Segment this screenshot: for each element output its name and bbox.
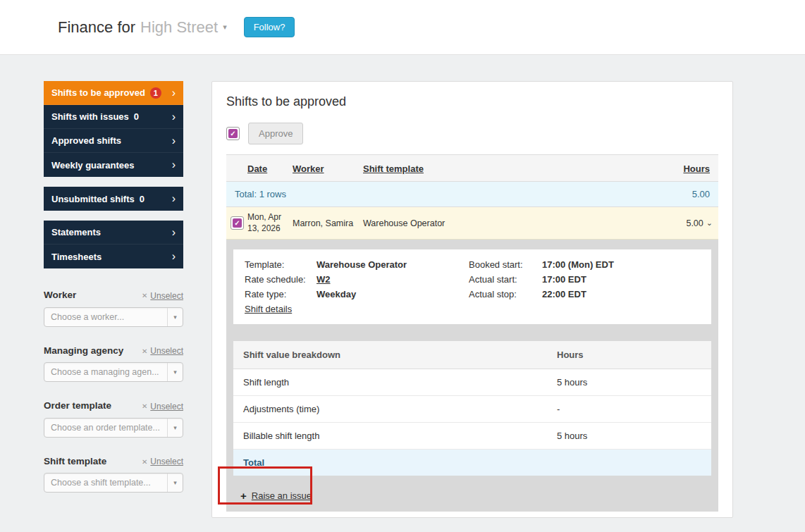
nav-unsubmitted-block: Unsubmitted shifts 0 ›: [44, 187, 183, 211]
actual-start-label: Actual start:: [469, 274, 542, 285]
total-hours: 5.00: [658, 189, 718, 199]
filter-managing-agency: Managing agency ✕ Unselect Choose a mana…: [44, 345, 183, 383]
x-icon: ✕: [142, 402, 147, 410]
worker-select[interactable]: Choose a worker... ▾: [44, 307, 183, 327]
sidebar-item-shifts-to-be-approved[interactable]: Shifts to be approved 1 ›: [44, 81, 183, 105]
chevron-right-icon: ›: [172, 87, 176, 99]
actual-stop-value: 22:00 EDT: [542, 289, 700, 299]
chevron-right-icon: ›: [172, 193, 176, 204]
column-header-worker[interactable]: Worker: [293, 163, 324, 174]
chevron-down-icon: ▾: [167, 363, 183, 381]
unselect-managing-agency-link[interactable]: ✕ Unselect: [142, 346, 183, 356]
unselect-label: Unselect: [150, 402, 183, 412]
row-shift-template: Warehouse Operator: [363, 218, 658, 228]
shift-detail-panel: Template: Warehouse Operator Booked star…: [226, 240, 718, 512]
nav-item-label: Statements: [51, 227, 101, 237]
sidebar-item-weekly-guarantees[interactable]: Weekly guarantees ›: [44, 153, 183, 177]
sidebar-item-statements[interactable]: Statements ›: [44, 221, 183, 245]
breakdown-row-shift-length: Shift length 5 hours: [233, 369, 711, 396]
template-label: Template:: [245, 259, 317, 270]
rate-type-value: Weekday: [317, 289, 469, 299]
total-label: Total: 1 rows: [235, 189, 658, 199]
chevron-down-icon[interactable]: ▾: [223, 23, 227, 32]
total-row: Total: 1 rows 5.00: [226, 182, 718, 207]
check-icon: ✓: [228, 129, 238, 138]
breakdown-hours-header: Hours: [557, 349, 701, 360]
actual-stop-label: Actual stop:: [469, 289, 542, 299]
filter-label: Worker: [44, 290, 76, 300]
filter-section: Worker ✕ Unselect Choose a worker... ▾ M…: [44, 290, 183, 493]
unselect-shift-template-link[interactable]: ✕ Unselect: [142, 457, 183, 466]
follow-button[interactable]: Follow?: [244, 17, 295, 37]
filter-label: Managing agency: [44, 345, 123, 356]
unselect-worker-link[interactable]: ✕ Unselect: [142, 291, 183, 301]
chevron-right-icon: ›: [172, 159, 176, 171]
column-header-date[interactable]: Date: [247, 163, 267, 174]
shift-details-link[interactable]: Shift details: [245, 304, 292, 314]
shifts-table: Date Worker Shift template Hours Total: …: [226, 154, 718, 240]
sidebar-item-approved-shifts[interactable]: Approved shifts ›: [44, 129, 183, 153]
nav-item-label: Unsubmitted shifts: [51, 194, 135, 204]
approve-toolbar: ✓ Approve: [226, 122, 718, 144]
breakdown-row-value: -: [557, 404, 701, 414]
chevron-right-icon: ›: [172, 251, 176, 262]
row-hours: 5.00: [686, 218, 703, 228]
template-value: Warehouse Operator: [317, 259, 469, 270]
row-checkbox[interactable]: ✓: [231, 216, 244, 230]
breakdown-row-value: 5 hours: [557, 377, 701, 388]
approve-button[interactable]: Approve: [248, 123, 303, 144]
shift-template-select[interactable]: Choose a shift template... ▾: [44, 473, 183, 493]
chevron-right-icon: ›: [172, 135, 176, 147]
raise-issue-link[interactable]: Raise an issue: [252, 490, 312, 501]
title-account-name: High Street: [140, 18, 218, 37]
sidebar-item-unsubmitted-shifts[interactable]: Unsubmitted shifts 0 ›: [44, 187, 183, 211]
select-all-checkbox[interactable]: ✓: [226, 127, 240, 140]
table-header-row: Date Worker Shift template Hours: [226, 155, 718, 182]
breakdown-total-label: Total: [243, 457, 264, 468]
check-icon: ✓: [233, 218, 242, 228]
nav-item-label: Approved shifts: [51, 135, 121, 146]
nav-item-label: Shifts to be approved: [51, 87, 145, 98]
nav-item-count: 0: [134, 111, 139, 122]
booked-start-label: Booked start:: [469, 259, 542, 270]
managing-agency-select[interactable]: Choose a managing agen... ▾: [44, 362, 183, 382]
select-placeholder: Choose a worker...: [51, 312, 167, 322]
sidebar-item-shifts-with-issues[interactable]: Shifts with issues 0 ›: [44, 105, 183, 129]
rate-schedule-link[interactable]: W2: [317, 274, 331, 285]
raise-issue-action: + Raise an issue: [233, 484, 711, 505]
breakdown-row-adjustments: Adjustments (time) -: [233, 396, 711, 423]
section-title: Shifts to be approved: [226, 94, 718, 109]
filter-label: Shift template: [44, 456, 106, 466]
booked-start-value: 17:00 (Mon) EDT: [542, 259, 700, 270]
order-template-select[interactable]: Choose an order template... ▾: [44, 418, 183, 438]
breakdown-row-label: Adjustments (time): [243, 404, 557, 414]
shift-value-breakdown-table: Shift value breakdown Hours Shift length…: [233, 341, 711, 476]
filter-worker: Worker ✕ Unselect Choose a worker... ▾: [44, 290, 183, 327]
nav-reports-block: Statements › Timesheets ›: [44, 221, 183, 268]
x-icon: ✕: [142, 347, 147, 355]
chevron-down-icon: ▾: [167, 474, 183, 492]
nav-item-count: 0: [140, 194, 145, 204]
count-badge: 1: [150, 87, 161, 99]
title-prefix: Finance for: [58, 18, 135, 37]
chevron-right-icon: ›: [172, 111, 176, 123]
chevron-down-icon: ▾: [167, 308, 183, 326]
breakdown-row-label: Shift length: [243, 377, 557, 388]
x-icon: ✕: [142, 458, 147, 466]
row-date: Mon, Apr 13, 2026: [247, 212, 293, 234]
sidebar-item-timesheets[interactable]: Timesheets ›: [44, 245, 183, 268]
breakdown-row-label: Billable shift length: [243, 431, 557, 441]
rate-schedule-label: Rate schedule:: [245, 274, 317, 285]
plus-icon: +: [240, 490, 247, 502]
column-header-hours[interactable]: Hours: [683, 163, 710, 174]
unselect-label: Unselect: [150, 346, 183, 356]
unselect-order-template-link[interactable]: ✕ Unselect: [142, 402, 183, 412]
page: Finance for High Street ▾ Follow? Shifts…: [0, 0, 805, 532]
table-row[interactable]: ✓ Mon, Apr 13, 2026 Marron, Samira Wareh…: [226, 207, 718, 240]
rate-type-label: Rate type:: [245, 289, 317, 299]
column-header-shift-template[interactable]: Shift template: [363, 163, 424, 174]
breakdown-title: Shift value breakdown: [243, 349, 557, 360]
nav-item-label: Weekly guarantees: [51, 160, 135, 171]
nav-item-label: Shifts with issues: [51, 111, 129, 122]
page-title: Finance for High Street ▾: [58, 18, 227, 37]
